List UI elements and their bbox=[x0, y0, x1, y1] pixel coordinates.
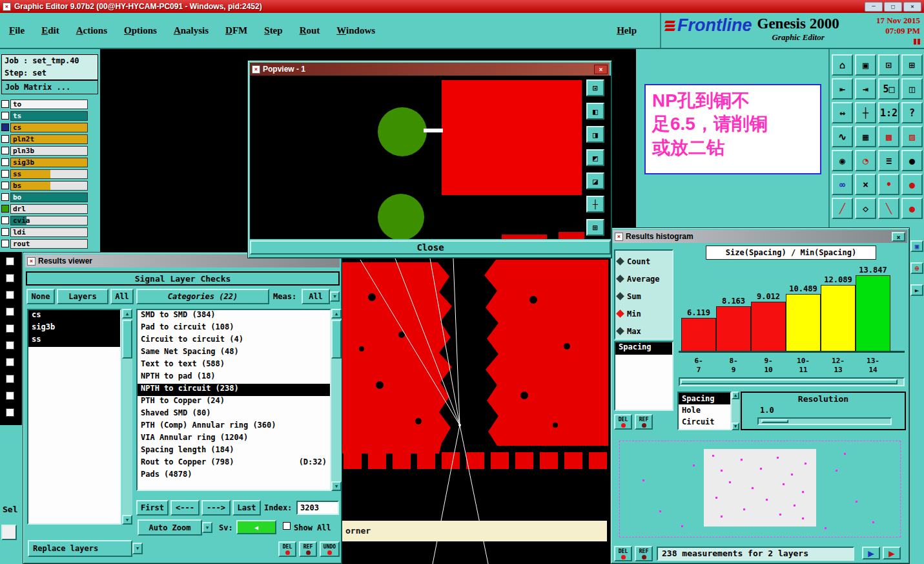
layer-color-bar[interactable]: pln3b bbox=[10, 146, 88, 156]
scroll-up-icon[interactable]: ▲ bbox=[331, 309, 342, 319]
stat-radio-icon[interactable] bbox=[616, 257, 624, 266]
auto-zoom-dropdown[interactable]: Auto Zoom bbox=[138, 519, 202, 536]
tool-button[interactable]: ↔ bbox=[832, 102, 853, 123]
scroll-up-icon[interactable]: ▲ bbox=[732, 392, 739, 399]
tool-button[interactable]: ▣ bbox=[855, 54, 876, 76]
category-item[interactable]: Pads (4878) bbox=[138, 470, 330, 482]
minimize-button[interactable]: ─ bbox=[865, 2, 883, 12]
layer-color-bar[interactable]: sig3b bbox=[10, 158, 88, 167]
checked-layer-item[interactable]: sig3b bbox=[28, 322, 120, 335]
layer-checkbox[interactable] bbox=[1, 135, 9, 143]
layer-color-bar[interactable]: ldi bbox=[10, 227, 88, 237]
scroll-down-icon[interactable]: ▼ bbox=[122, 515, 132, 525]
scroll-up-icon[interactable]: ▲ bbox=[122, 309, 132, 319]
category-item[interactable]: Same Net Spacing (48) bbox=[138, 347, 330, 359]
layer-toggle-checkbox[interactable] bbox=[6, 375, 14, 383]
tool-button[interactable]: ╲ bbox=[878, 198, 899, 219]
layer-toggle-checkbox[interactable] bbox=[6, 392, 14, 400]
job-matrix-button[interactable]: Job Matrix ... bbox=[1, 80, 98, 94]
tool-button[interactable]: ● bbox=[901, 174, 923, 195]
layer-row[interactable]: to bbox=[0, 98, 100, 110]
resolution-slider[interactable] bbox=[757, 417, 892, 425]
tool-button[interactable]: • bbox=[878, 174, 899, 195]
prev-button[interactable]: <--- bbox=[170, 500, 200, 516]
layer-row[interactable]: ldi bbox=[0, 226, 100, 238]
layer-checkbox[interactable] bbox=[1, 170, 9, 178]
tool-button[interactable]: ◫ bbox=[901, 78, 923, 99]
popview-close-bar-button[interactable]: Close bbox=[250, 240, 611, 255]
close-button[interactable]: × bbox=[903, 2, 921, 12]
menu-item[interactable]: DFM bbox=[225, 25, 247, 36]
popview-tool-button[interactable]: ⊞ bbox=[586, 219, 604, 236]
series-item[interactable]: Spacing bbox=[615, 342, 672, 355]
first-button[interactable]: First bbox=[136, 500, 169, 516]
layer-row[interactable]: cvia bbox=[0, 214, 100, 226]
tool-button[interactable]: ╱ bbox=[832, 198, 853, 219]
histogram-close-button[interactable]: × bbox=[892, 232, 905, 242]
scroll-down-icon[interactable]: ▼ bbox=[331, 481, 342, 491]
layer-row[interactable]: bo bbox=[0, 191, 100, 203]
hscroll-thumb[interactable] bbox=[681, 379, 898, 384]
popview-tool-button[interactable]: ┼ bbox=[586, 196, 604, 213]
popview-close-button[interactable]: × bbox=[594, 65, 608, 74]
side-tool-button[interactable]: ▣ bbox=[910, 240, 923, 252]
menu-item[interactable]: Actions bbox=[76, 25, 107, 36]
layer-toggle-checkbox[interactable] bbox=[6, 291, 14, 299]
layer-checkbox[interactable] bbox=[1, 216, 9, 224]
category-item[interactable]: Spacing length (184) bbox=[138, 445, 330, 457]
tool-button[interactable]: ∿ bbox=[832, 126, 853, 147]
menu-item[interactable]: Rout bbox=[300, 25, 320, 36]
histogram-titlebar[interactable]: × Results histogram × bbox=[613, 230, 907, 243]
stat-option[interactable]: Count bbox=[615, 253, 672, 270]
layer-color-bar[interactable]: ss bbox=[10, 169, 88, 179]
stat-option[interactable]: Min bbox=[615, 305, 672, 322]
popview-tool-button[interactable]: ◪ bbox=[586, 172, 604, 189]
categories-scrollbar[interactable]: ▲ ▼ bbox=[331, 309, 342, 491]
stat-radio-icon[interactable] bbox=[616, 327, 624, 335]
histogram-del-button[interactable]: DEL bbox=[614, 414, 632, 430]
layer-color-bar[interactable]: cs bbox=[10, 123, 88, 132]
layer-toggle-checkbox[interactable] bbox=[6, 408, 14, 417]
category-item[interactable]: Shaved SMD (80) bbox=[138, 408, 330, 421]
tool-button[interactable]: ◇ bbox=[855, 198, 876, 219]
layer-toggle-checkbox[interactable] bbox=[6, 358, 14, 366]
layers-button[interactable]: Layers bbox=[57, 289, 108, 304]
tool-button[interactable]: ≡ bbox=[878, 150, 899, 171]
stat-option[interactable]: Sum bbox=[615, 287, 672, 305]
layer-checkbox[interactable] bbox=[1, 147, 9, 154]
tool-button[interactable]: 5□ bbox=[878, 78, 899, 99]
layer-toggle-checkbox[interactable] bbox=[6, 274, 14, 282]
layer-color-bar[interactable]: cvia bbox=[10, 216, 88, 225]
layer-color-bar[interactable]: rout bbox=[10, 239, 88, 249]
meas-dropdown-arrow[interactable]: ▼ bbox=[330, 291, 340, 302]
menu-item[interactable]: Edit bbox=[41, 25, 59, 36]
last-button[interactable]: Last bbox=[232, 500, 261, 516]
stat-radio-icon[interactable] bbox=[616, 309, 624, 318]
next-button[interactable]: ---> bbox=[201, 500, 231, 516]
resolution-slider-thumb[interactable] bbox=[761, 419, 788, 423]
checked-layer-item[interactable]: ss bbox=[28, 335, 120, 347]
layer-toggle-checkbox[interactable] bbox=[6, 308, 14, 316]
layer-row[interactable]: pln3b bbox=[0, 145, 100, 156]
layer-checkbox[interactable] bbox=[1, 100, 9, 108]
side-tool-button[interactable]: ⊕ bbox=[910, 262, 923, 274]
undo-button[interactable]: UNDO bbox=[320, 541, 340, 557]
tool-button[interactable]: ⇥ bbox=[855, 78, 876, 99]
flag-blue-button[interactable]: ▶ bbox=[862, 547, 880, 559]
all-button[interactable]: All bbox=[110, 289, 134, 304]
category-item[interactable]: Text to text (588) bbox=[138, 359, 330, 371]
popview-titlebar[interactable]: × Popview - 1 × bbox=[250, 63, 610, 76]
menu-item[interactable]: File bbox=[9, 25, 25, 36]
layer-row[interactable]: pln2t bbox=[0, 133, 100, 145]
category-item[interactable]: NPTH to pad (18) bbox=[138, 371, 330, 384]
maximize-button[interactable]: □ bbox=[884, 2, 902, 12]
layer-checkbox[interactable] bbox=[1, 158, 9, 166]
layer-checkbox[interactable] bbox=[1, 193, 9, 201]
tool-button[interactable]: ● bbox=[901, 150, 923, 171]
replace-layers-dropdown[interactable]: Replace layers bbox=[28, 540, 132, 557]
category-item[interactable]: Rout to Copper (798) (D:32) bbox=[138, 457, 330, 470]
chart-hscrollbar[interactable] bbox=[679, 377, 905, 386]
layer-toggle-checkbox[interactable] bbox=[6, 257, 14, 266]
replace-layers-arrow[interactable]: ▼ bbox=[132, 543, 143, 554]
category-item[interactable]: SMD to SMD (384) bbox=[138, 310, 330, 322]
